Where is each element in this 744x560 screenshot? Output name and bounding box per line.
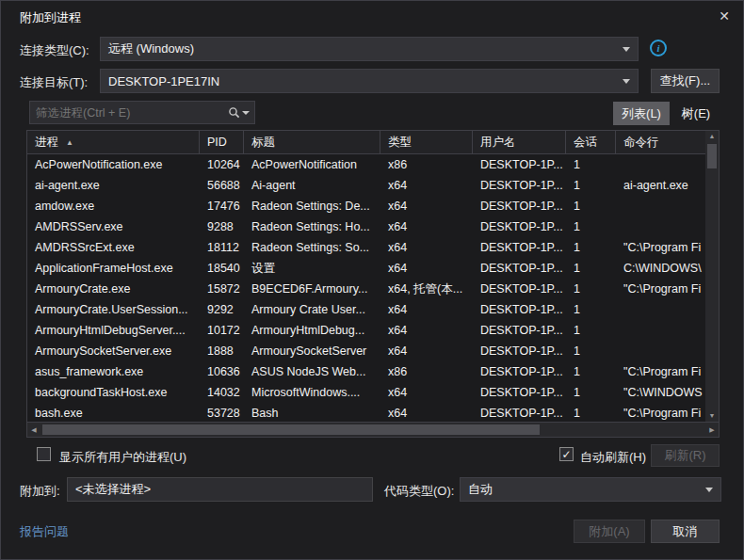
table-row[interactable]: ai-agent.exe56688Ai-agentx64DESKTOP-1P..… <box>27 175 705 196</box>
cell-title: Radeon Settings: So... <box>244 241 380 254</box>
scroll-right-icon[interactable]: ▶ <box>705 423 719 437</box>
info-icon[interactable]: i <box>650 40 667 56</box>
cancel-button[interactable]: 取消 <box>651 520 720 543</box>
filter-input[interactable] <box>30 106 228 120</box>
close-icon[interactable]: ✕ <box>719 8 730 24</box>
cell-cmdline: "C:\Program Fi <box>616 282 704 296</box>
cell-pid: 9292 <box>200 303 244 316</box>
column-header-user[interactable]: 用户名 <box>473 131 566 153</box>
dialog-title: 附加到进程 <box>20 9 81 26</box>
cell-user: DESKTOP-1P... <box>473 386 566 399</box>
table-row[interactable]: AcPowerNotification.exe10264AcPowerNotif… <box>27 154 705 175</box>
cell-title: ASUS NodeJS Web... <box>244 365 380 378</box>
cell-session: 1 <box>566 282 616 296</box>
cell-type: x86 <box>380 158 473 171</box>
table-row[interactable]: bash.exe53728Bashx64DESKTOP-1P...1"C:\Pr… <box>27 403 705 422</box>
cell-user: DESKTOP-1P... <box>473 407 566 420</box>
refresh-button[interactable]: 刷新(R) <box>651 444 720 467</box>
check-icon: ✓ <box>561 448 571 461</box>
cell-session: 1 <box>566 241 616 254</box>
auto-refresh-checkbox[interactable]: ✓ <box>559 447 574 461</box>
cell-session: 1 <box>566 344 616 358</box>
cell-title: ArmourySocketServer <box>244 344 380 358</box>
chevron-down-icon[interactable] <box>242 111 250 115</box>
cell-process: ArmouryHtmlDebugServer.... <box>27 324 200 337</box>
view-tree-button[interactable]: 树(E) <box>673 102 719 125</box>
horizontal-scrollbar-thumb[interactable] <box>42 424 540 435</box>
code-type-dropdown[interactable]: 自动 <box>460 477 721 502</box>
cell-type: x64, 托管(本... <box>380 281 473 297</box>
table-header: 进程 ▲ PID 标题 类型 用户名 会话 命令行 <box>27 131 705 154</box>
column-header-process[interactable]: 进程 ▲ <box>27 131 200 153</box>
attach-to-field[interactable]: <未选择进程> <box>67 477 373 502</box>
table-row[interactable]: ArmouryHtmlDebugServer....10172ArmouryHt… <box>27 320 705 341</box>
column-header-cmdline[interactable]: 命令行 <box>616 131 704 153</box>
cell-title: Radeon Settings: De... <box>244 200 380 213</box>
cell-type: x64 <box>380 262 473 275</box>
view-list-button[interactable]: 列表(L) <box>613 102 670 125</box>
table-row[interactable]: ArmouryCrate.exe15872B9ECED6F.Armoury...… <box>27 279 705 299</box>
cell-cmdline: C:\WINDOWS\ <box>616 262 704 275</box>
chevron-down-icon <box>623 79 630 84</box>
cell-title: Bash <box>244 407 380 420</box>
table-row[interactable]: AMDRSSrcExt.exe18112Radeon Settings: So.… <box>27 237 705 258</box>
cell-type: x64 <box>380 324 473 337</box>
cell-process: bash.exe <box>27 407 200 420</box>
cell-pid: 53728 <box>200 407 244 420</box>
cell-process: ai-agent.exe <box>27 179 200 192</box>
cell-pid: 18540 <box>200 262 244 275</box>
cell-title: AcPowerNotification <box>244 158 380 171</box>
cell-title: 设置 <box>244 261 380 277</box>
cell-type: x64 <box>380 200 473 213</box>
report-problem-link[interactable]: 报告问题 <box>20 523 69 540</box>
auto-refresh-label: 自动刷新(H) <box>580 449 646 466</box>
horizontal-scrollbar[interactable]: ◀ ▶ <box>27 422 719 437</box>
column-header-title[interactable]: 标题 <box>244 131 380 153</box>
table-row[interactable]: ArmourySocketServer.exe1888ArmourySocket… <box>27 341 705 361</box>
connection-type-dropdown[interactable]: 远程 (Windows) <box>100 37 639 61</box>
cell-cmdline: "C:\Program Fi <box>616 365 704 378</box>
chevron-down-icon <box>623 47 630 52</box>
scroll-up-icon[interactable]: ▲ <box>709 131 716 142</box>
cell-user: DESKTOP-1P... <box>473 158 566 171</box>
table-row[interactable]: ArmouryCrate.UserSession...9292Armoury C… <box>27 299 705 320</box>
cell-type: x64 <box>380 241 473 254</box>
cell-session: 1 <box>566 324 616 337</box>
show-all-users-checkbox[interactable] <box>37 447 51 461</box>
cell-process: AMDRSServ.exe <box>27 220 200 233</box>
scroll-left-icon[interactable]: ◀ <box>27 423 40 437</box>
cell-process: backgroundTaskHost.exe <box>27 386 200 399</box>
vertical-scrollbar[interactable]: ▲ ▼ <box>705 131 719 422</box>
cell-user: DESKTOP-1P... <box>473 365 566 378</box>
cell-type: x64 <box>380 220 473 233</box>
attach-button[interactable]: 附加(A) <box>574 520 645 543</box>
table-row[interactable]: asus_framework.exe10636ASUS NodeJS Web..… <box>27 361 705 382</box>
table-row[interactable]: AMDRSServ.exe9288Radeon Settings: Ho...x… <box>27 216 705 237</box>
scroll-down-icon[interactable]: ▼ <box>709 410 716 422</box>
cell-process: ArmouryCrate.UserSession... <box>27 303 200 316</box>
vertical-scrollbar-thumb[interactable] <box>707 144 717 168</box>
connection-type-value: 远程 (Windows) <box>108 40 194 57</box>
cell-pid: 14032 <box>200 386 244 399</box>
cell-pid: 18112 <box>200 241 244 254</box>
find-button[interactable]: 查找(F)... <box>651 69 720 93</box>
cell-cmdline: "C:\Program Fi <box>616 241 704 254</box>
search-icon[interactable] <box>228 106 240 119</box>
connection-target-label: 连接目标(T): <box>20 74 88 91</box>
column-header-type[interactable]: 类型 <box>380 131 473 153</box>
cell-pid: 9288 <box>200 220 244 233</box>
table-row[interactable]: ApplicationFrameHost.exe18540设置x64DESKTO… <box>27 258 705 279</box>
table-row[interactable]: backgroundTaskHost.exe14032MicrosoftWind… <box>27 382 705 403</box>
connection-target-dropdown[interactable]: DESKTOP-1PE17IN <box>100 69 639 93</box>
column-header-session[interactable]: 会话 <box>566 131 616 153</box>
table-row[interactable]: amdow.exe17476Radeon Settings: De...x64D… <box>27 196 705 216</box>
cell-title: ArmouryHtmlDebug... <box>244 324 380 337</box>
cell-session: 1 <box>566 365 616 378</box>
cell-cmdline: "C:\WINDOWS <box>616 386 704 399</box>
chevron-down-icon <box>705 488 713 492</box>
cell-pid: 15872 <box>200 282 244 296</box>
attach-to-label: 附加到: <box>20 483 60 500</box>
column-header-pid[interactable]: PID <box>200 131 244 153</box>
cell-cmdline: "C:\Program Fi <box>616 407 704 420</box>
cell-session: 1 <box>566 179 616 192</box>
